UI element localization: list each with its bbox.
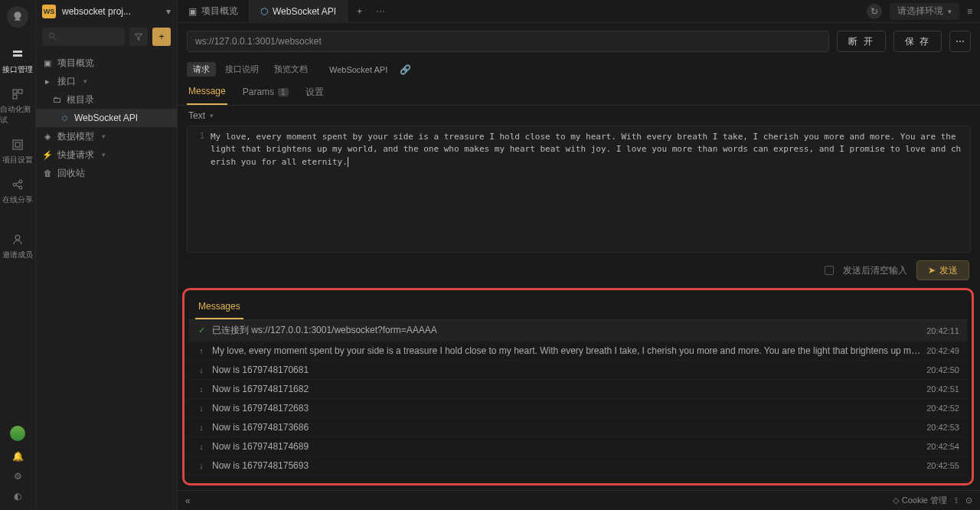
notifications-icon[interactable]: 🔔 xyxy=(11,450,24,463)
message-row[interactable]: ✓已连接到 ws://127.0.0.1:3001/websocket?form… xyxy=(189,320,967,342)
menu-icon[interactable]: ≡ xyxy=(967,6,972,17)
quickreq-icon: ⚡ xyxy=(42,150,53,160)
chevron-down-icon: ▾ xyxy=(83,77,87,85)
gear-icon[interactable]: ⚙ xyxy=(11,470,24,482)
message-text: Now is 1679748174689 xyxy=(212,441,920,452)
leftbar-invite[interactable]: 邀请成员 xyxy=(0,227,35,266)
ws-icon: ⬡ xyxy=(260,6,268,17)
add-button[interactable]: + xyxy=(152,28,171,46)
subtab-request[interactable]: 请求 xyxy=(187,62,216,77)
tree-root[interactable]: 🗀根目录 xyxy=(36,90,177,109)
send-button[interactable]: ➤发送 xyxy=(916,260,969,280)
project-name: websocket proj... xyxy=(62,6,160,17)
messages-tabs: Messages xyxy=(189,295,967,320)
tree-datamodel[interactable]: ◈数据模型▾ xyxy=(36,127,177,145)
tree-recycle[interactable]: 🗑回收站 xyxy=(36,164,177,182)
app-leftbar: 接口管理 自动化测试 项目设置 在线分享 邀请成员 🔔 ⚙ ◐ xyxy=(0,0,36,510)
save-button[interactable]: 保 存 xyxy=(893,31,942,52)
bottom-bookmark-icon[interactable]: ⟟ xyxy=(955,495,958,505)
autotest-icon xyxy=(11,87,24,101)
message-text: Now is 1679748172683 xyxy=(212,403,920,414)
message-row[interactable]: ↑My love, every moment spent by your sid… xyxy=(189,342,967,361)
reqtab-settings[interactable]: 设置 xyxy=(304,80,325,105)
subtab-preview[interactable]: 预览文档 xyxy=(268,62,314,77)
cookie-mgmt[interactable]: ◇Cookie 管理 xyxy=(893,495,947,506)
messages-panel: Messages ✓已连接到 ws://127.0.0.1:3001/webso… xyxy=(182,288,974,485)
tree-websocket-api[interactable]: ⬡WebSocket API xyxy=(36,109,177,127)
tree-label: 回收站 xyxy=(57,167,85,180)
tree-label: 项目概览 xyxy=(57,57,94,70)
message-text: Now is 1679748171682 xyxy=(212,384,920,394)
add-tab-button[interactable]: + xyxy=(348,0,371,23)
content-type-selector[interactable]: Text ▾ xyxy=(178,106,980,126)
sidebar-tree: ▣项目概览 ▸接口▾ 🗀根目录 ⬡WebSocket API ◈数据模型▾ ⚡快… xyxy=(36,51,177,185)
share-icon xyxy=(11,178,24,191)
folder-icon: 🗀 xyxy=(51,95,62,104)
message-row[interactable]: ↓Now is 167974817068120:42:50 xyxy=(189,361,967,380)
leftbar-api-mgmt[interactable]: 接口管理 xyxy=(0,41,35,81)
tab-more-icon[interactable]: ⋯ xyxy=(371,6,390,17)
leftbar-share[interactable]: 在线分享 xyxy=(0,172,35,211)
leftbar-autotest[interactable]: 自动化测试 xyxy=(0,81,35,132)
code-content[interactable]: My love, every moment spent by your side… xyxy=(211,126,970,253)
message-time: 20:42:49 xyxy=(926,346,959,355)
arrow-down-icon: ↓ xyxy=(197,384,206,394)
reqtab-message[interactable]: Message xyxy=(187,80,227,105)
help-icon[interactable]: ◐ xyxy=(11,490,24,502)
overview-icon: ▣ xyxy=(42,58,53,68)
svg-rect-3 xyxy=(18,90,22,93)
more-button[interactable]: ⋯ xyxy=(949,31,971,52)
app-logo xyxy=(7,6,28,28)
leftbar-settings[interactable]: 项目设置 xyxy=(0,132,35,172)
filter-button[interactable] xyxy=(129,28,148,46)
invite-icon xyxy=(11,233,24,247)
collapse-icon[interactable]: « xyxy=(185,495,191,506)
tab-websocket[interactable]: ⬡WebSocket API xyxy=(250,0,348,23)
link-icon[interactable]: 🔗 xyxy=(400,64,411,75)
url-bar: ws://127.0.0.1:3001/websocket 断 开 保 存 ⋯ xyxy=(178,23,980,60)
reqtab-label: Params xyxy=(243,87,274,97)
messages-tab[interactable]: Messages xyxy=(195,295,243,319)
tree-quickreq[interactable]: ⚡快捷请求▾ xyxy=(36,145,177,164)
reqtab-params[interactable]: Params1 xyxy=(241,80,290,105)
svg-rect-6 xyxy=(15,142,20,147)
datamodel-icon: ◈ xyxy=(42,132,53,142)
cookie-icon: ◇ xyxy=(893,495,899,505)
cookie-label: Cookie 管理 xyxy=(902,495,947,506)
bottom-clock-icon[interactable]: ⊙ xyxy=(965,495,972,505)
tree-label: 数据模型 xyxy=(57,130,94,143)
disconnect-button[interactable]: 断 开 xyxy=(837,31,885,52)
sidebar-search[interactable] xyxy=(42,28,125,46)
clear-after-checkbox[interactable] xyxy=(825,266,834,275)
leftbar-item-label: 接口管理 xyxy=(2,64,33,75)
subtab-desc[interactable]: 接口说明 xyxy=(219,62,265,77)
tab-label: WebSocket API xyxy=(273,6,336,17)
tree-overview[interactable]: ▣项目概览 xyxy=(36,54,177,72)
project-badge: WS xyxy=(42,5,56,18)
message-row[interactable]: ↓Now is 167974817569320:42:55 xyxy=(189,456,967,476)
line-gutter: 1 xyxy=(188,126,211,253)
svg-point-11 xyxy=(50,34,54,38)
message-row[interactable]: ↓Now is 167974817368620:42:53 xyxy=(189,418,967,437)
sync-button[interactable]: ↻ xyxy=(867,4,882,19)
svg-rect-1 xyxy=(13,54,22,57)
tree-api[interactable]: ▸接口▾ xyxy=(36,72,177,90)
env-label: 请选择环境 xyxy=(897,5,943,18)
message-row[interactable]: ↓Now is 167974817468920:42:54 xyxy=(189,437,967,456)
svg-point-8 xyxy=(19,180,22,183)
env-selector[interactable]: 请选择环境▾ xyxy=(890,3,959,20)
tab-overview[interactable]: ▣项目概览 xyxy=(178,0,250,23)
url-input[interactable]: ws://127.0.0.1:3001/websocket xyxy=(187,31,829,52)
tab-label: 项目概览 xyxy=(201,5,238,18)
message-text: My love, every moment spent by your side… xyxy=(212,345,920,356)
send-icon: ➤ xyxy=(928,265,936,276)
message-editor[interactable]: 1 My love, every moment spent by your si… xyxy=(187,126,971,253)
project-header[interactable]: WS websocket proj... ▾ xyxy=(36,0,177,23)
project-menu-icon[interactable]: ▾ xyxy=(166,6,171,17)
user-avatar[interactable] xyxy=(10,426,25,441)
params-count: 1 xyxy=(278,88,289,96)
subtab-name: WebSocket API xyxy=(323,64,394,76)
folder-icon: ▸ xyxy=(42,77,53,87)
message-row[interactable]: ↓Now is 167974817168220:42:51 xyxy=(189,380,967,399)
message-row[interactable]: ↓Now is 167974817268320:42:52 xyxy=(189,399,967,418)
